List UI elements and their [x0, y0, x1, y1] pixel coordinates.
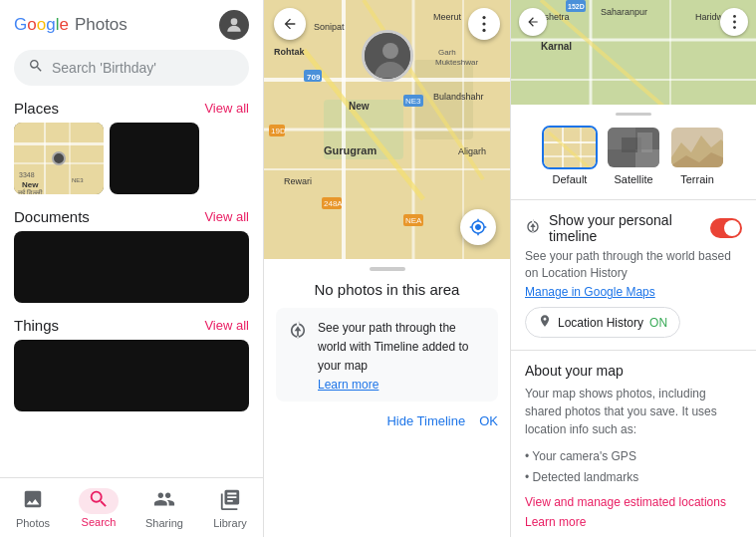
svg-text:NEA: NEA — [405, 216, 422, 225]
documents-title: Documents — [14, 208, 90, 225]
back-button[interactable] — [274, 8, 306, 40]
location-history-label: Location History — [558, 316, 643, 330]
svg-point-0 — [231, 18, 238, 25]
timeline-section-icon — [525, 218, 541, 237]
terrain-thumb — [669, 126, 725, 169]
timeline-actions: Hide Timeline OK — [264, 409, 510, 432]
places-grid: 3348 New नई दिल्ली NE3 — [0, 123, 263, 204]
map-type-terrain[interactable]: Terrain — [669, 126, 725, 185]
search-label: Search — [82, 516, 117, 528]
satellite-thumb — [606, 126, 661, 169]
place-delhi-overlay — [14, 123, 104, 194]
svg-rect-65 — [562, 128, 564, 169]
location-history-status: ON — [649, 316, 667, 330]
right-map-back-btn[interactable] — [519, 8, 547, 36]
middle-panel: Rohtak Sonipat Meerut Garh Mukteshwar Bu… — [264, 0, 510, 537]
place-card-delhi[interactable]: 3348 New नई दिल्ली NE3 — [14, 123, 104, 194]
about-list-item-1: • Your camera's GPS — [525, 446, 742, 466]
location-history-button[interactable]: Location History ON — [525, 307, 680, 338]
about-section: About your map Your map shows photos, in… — [511, 355, 756, 537]
svg-text:19D: 19D — [271, 127, 286, 135]
divider-1 — [511, 199, 756, 200]
nav-item-photos[interactable]: Photos — [0, 484, 66, 533]
svg-text:248A: 248A — [324, 199, 343, 208]
svg-rect-64 — [544, 155, 598, 157]
about-list: • Your camera's GPS • Detected landmarks — [525, 446, 742, 487]
search-active-bg — [79, 488, 119, 514]
sharing-icon — [153, 488, 175, 515]
nav-item-library[interactable]: Library — [197, 484, 263, 533]
right-map-area[interactable]: Kurukshetra Saharanpur Haridwar Karnal 1… — [511, 0, 756, 105]
documents-view-all[interactable]: View all — [204, 209, 249, 224]
default-thumb — [542, 126, 598, 169]
location-button[interactable] — [460, 209, 496, 245]
bottom-nav: Photos Search Sharing Library — [0, 477, 263, 537]
timeline-section-title: Show your personal timeline — [549, 212, 702, 244]
ok-btn[interactable]: OK — [479, 409, 498, 432]
svg-text:Karnal: Karnal — [541, 41, 572, 52]
right-drag-handle — [616, 113, 651, 116]
svg-text:Gurugram: Gurugram — [324, 144, 377, 156]
timeline-icon — [288, 320, 308, 345]
learn-more-about-link[interactable]: Learn more — [525, 515, 742, 529]
sharing-label: Sharing — [145, 517, 183, 529]
logo-text: Google — [14, 15, 69, 35]
hide-timeline-btn[interactable]: Hide Timeline — [386, 409, 465, 432]
photos-label: Photos — [16, 517, 50, 529]
place-card-black[interactable] — [110, 123, 199, 194]
svg-point-45 — [482, 22, 485, 25]
toggle-knob — [724, 220, 740, 236]
about-title: About your map — [525, 363, 742, 379]
nav-item-search[interactable]: Search — [66, 484, 131, 533]
library-label: Library — [213, 517, 247, 529]
manage-google-maps-link[interactable]: Manage in Google Maps — [525, 285, 742, 299]
map-more-button[interactable] — [468, 8, 500, 40]
search-icon-nav — [88, 488, 110, 515]
svg-text:709: 709 — [307, 73, 321, 82]
things-view-all[interactable]: View all — [204, 318, 249, 333]
search-icon — [28, 58, 44, 78]
svg-text:Rewari: Rewari — [284, 176, 312, 186]
view-manage-link[interactable]: View and manage estimated locations — [525, 495, 742, 509]
location-history-icon — [538, 314, 552, 331]
documents-section-header: Documents View all — [0, 204, 263, 231]
about-list-item-2: • Detected landmarks — [525, 467, 742, 487]
svg-rect-66 — [580, 128, 582, 169]
svg-point-46 — [482, 29, 485, 32]
right-map-more-btn[interactable] — [720, 8, 748, 36]
search-bar[interactable]: Search 'Birthday' — [14, 50, 249, 86]
nav-item-sharing[interactable]: Sharing — [131, 484, 197, 533]
svg-point-60 — [733, 21, 736, 24]
avatar[interactable] — [219, 10, 249, 40]
map-type-satellite[interactable]: Satellite — [606, 126, 661, 185]
svg-rect-63 — [544, 141, 598, 143]
right-panel: Kurukshetra Saharanpur Haridwar Karnal 1… — [510, 0, 756, 537]
terrain-label: Terrain — [680, 173, 714, 185]
svg-text:Aligarh: Aligarh — [458, 146, 486, 156]
timeline-section: Show your personal timeline See your pat… — [511, 204, 756, 347]
about-desc: Your map shows photos, including shared … — [525, 385, 742, 438]
svg-rect-72 — [637, 133, 652, 152]
places-title: Places — [14, 100, 59, 117]
satellite-label: Satellite — [614, 173, 652, 185]
svg-text:Rohtak: Rohtak — [274, 47, 305, 57]
things-image — [14, 340, 249, 411]
left-panel: Google Photos Search 'Birthday' Places V… — [0, 0, 264, 537]
default-label: Default — [553, 173, 588, 185]
timeline-main-text: See your path through the world with Tim… — [318, 321, 468, 373]
map-type-default[interactable]: Default — [542, 126, 598, 185]
places-view-all[interactable]: View all — [204, 101, 249, 116]
timeline-banner: See your path through the world with Tim… — [276, 308, 498, 402]
photos-icon — [22, 488, 44, 515]
svg-point-59 — [733, 15, 736, 18]
svg-point-44 — [482, 16, 485, 19]
places-section-header: Places View all — [0, 96, 263, 123]
learn-more-link[interactable]: Learn more — [318, 378, 486, 392]
things-title: Things — [14, 317, 59, 334]
svg-point-61 — [733, 26, 736, 29]
no-photos-text: No photos in this area — [264, 275, 510, 308]
svg-text:Mukteshwar: Mukteshwar — [435, 58, 478, 67]
photos-text: Photos — [75, 15, 127, 35]
timeline-toggle[interactable] — [710, 218, 742, 238]
things-section-header: Things View all — [0, 313, 263, 340]
